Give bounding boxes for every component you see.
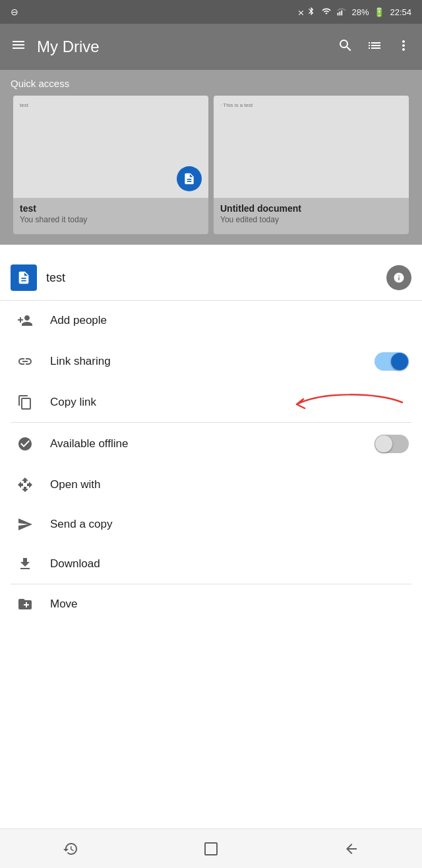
open-with-label: Open with: [50, 478, 409, 491]
page-title: My Drive: [37, 38, 327, 56]
card-test-subtitle: You shared it today: [20, 215, 202, 224]
more-vertical-icon[interactable]: [396, 38, 411, 56]
menu-item-send-copy[interactable]: Send a copy: [0, 505, 422, 544]
quick-access-label: Quick access: [11, 78, 411, 89]
card-test-preview-text: test: [20, 102, 28, 108]
file-item-row[interactable]: test: [0, 255, 422, 301]
menu-item-move[interactable]: Move: [0, 584, 422, 624]
copy-link-label: Copy link: [50, 396, 409, 409]
battery-percent: 28%: [351, 7, 369, 17]
send-copy-label: Send a copy: [50, 518, 409, 531]
card-test-preview: test: [13, 96, 208, 198]
link-sharing-toggle-switch[interactable]: [375, 352, 409, 371]
card-untitled-info: Untitled document You edited today: [214, 198, 409, 230]
add-person-icon: [13, 313, 37, 328]
copy-icon: [13, 394, 37, 410]
available-offline-toggle-knob: [375, 435, 392, 452]
svg-rect-0: [338, 13, 339, 15]
menu-item-copy-link[interactable]: Copy link: [0, 383, 422, 422]
file-item-name: test: [46, 271, 386, 285]
menu-item-open-with[interactable]: Open with: [0, 465, 422, 505]
status-bar-left: ⊖: [11, 7, 18, 17]
svg-rect-3: [205, 843, 217, 855]
send-icon: [13, 516, 37, 532]
move-label: Move: [50, 598, 409, 611]
wifi-icon: [321, 7, 332, 18]
hamburger-menu-icon[interactable]: [11, 37, 26, 57]
menu-item-link-sharing[interactable]: Link sharing: [0, 340, 422, 383]
recent-nav-button[interactable]: [51, 829, 90, 869]
bottom-spacer: [0, 624, 422, 664]
search-icon[interactable]: [338, 38, 353, 56]
link-sharing-label: Link sharing: [50, 355, 375, 368]
menu-item-add-people[interactable]: Add people: [0, 301, 422, 340]
card-untitled-preview-text: · This is a test: [220, 102, 253, 108]
card-test[interactable]: test test You shared it today: [13, 96, 208, 234]
card-untitled[interactable]: · This is a test Untitled document You e…: [214, 96, 409, 234]
open-with-icon: [13, 477, 37, 493]
available-offline-toggle-switch[interactable]: [375, 435, 409, 453]
link-icon: [13, 354, 37, 369]
available-offline-toggle[interactable]: [375, 435, 409, 453]
cards-row: test test You shared it today · This is …: [11, 96, 411, 245]
clock: 22:54: [390, 7, 411, 17]
svg-rect-2: [342, 10, 343, 15]
link-sharing-toggle-knob: [391, 353, 408, 370]
add-people-label: Add people: [50, 314, 409, 327]
menu-item-download[interactable]: Download: [0, 544, 422, 584]
info-button[interactable]: [386, 265, 411, 290]
menu-item-available-offline[interactable]: Available offline: [0, 423, 422, 465]
app-bar-actions: [338, 38, 411, 56]
card-test-name: test: [20, 203, 202, 214]
back-nav-button[interactable]: [332, 829, 371, 869]
status-bar-right: ⨯ 28% 🔋 22:54: [297, 7, 411, 18]
card-test-doc-icon: [177, 166, 202, 191]
card-untitled-preview: · This is a test: [214, 96, 409, 198]
svg-rect-1: [340, 11, 341, 15]
quick-access-section: Quick access test test You shared it tod…: [0, 70, 422, 245]
download-label: Download: [50, 557, 409, 571]
home-nav-button[interactable]: [191, 829, 231, 869]
status-bar: ⊖ ⨯ 28% 🔋 22:54: [0, 0, 422, 24]
signal-icon: [337, 7, 346, 18]
menu-list: Add people Link sharing Copy link Availa…: [0, 301, 422, 624]
card-test-info: test You shared it today: [13, 198, 208, 230]
available-offline-label: Available offline: [50, 437, 375, 450]
bottom-nav: [0, 828, 422, 868]
file-doc-icon: [11, 264, 37, 291]
list-view-icon[interactable]: [367, 38, 382, 56]
move-folder-icon: [13, 596, 37, 612]
link-sharing-toggle[interactable]: [375, 352, 409, 371]
card-untitled-name: Untitled document: [220, 203, 402, 214]
offline-check-icon: [13, 436, 37, 452]
battery-icon: 🔋: [374, 7, 384, 17]
app-bar: My Drive: [0, 24, 422, 70]
card-untitled-subtitle: You edited today: [220, 215, 402, 224]
status-circle-icon: ⊖: [11, 7, 18, 17]
section-divider: [0, 245, 422, 255]
download-icon: [13, 556, 37, 572]
bluetooth-icon: ⨯: [297, 7, 316, 18]
